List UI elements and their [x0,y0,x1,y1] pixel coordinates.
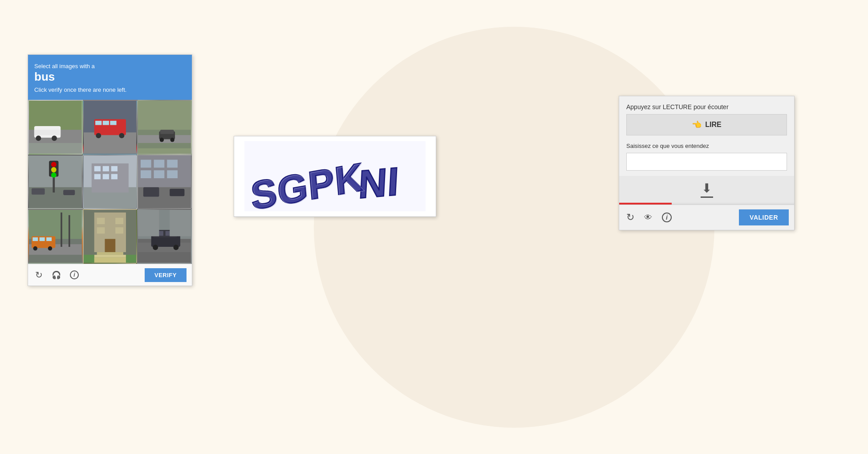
svg-point-21 [170,138,174,142]
svg-rect-61 [69,215,70,247]
grid-cell-9[interactable] [137,209,192,264]
audio-info-button[interactable]: i [660,211,673,224]
svg-rect-10 [95,121,101,125]
captcha-grid [28,100,192,264]
grid-cell-4[interactable] [28,155,83,209]
svg-rect-35 [102,166,109,171]
svg-rect-37 [94,174,100,179]
svg-rect-56 [40,237,45,241]
instruction-line2: Click verify once there are none left. [34,86,126,93]
instruction-line1: Select all images with a [34,63,95,70]
svg-rect-38 [102,174,109,179]
info-icon: i [662,213,672,222]
svg-rect-84 [138,210,159,236]
svg-rect-50 [170,188,185,196]
svg-rect-74 [126,255,137,263]
svg-rect-19 [160,130,174,134]
svg-rect-46 [141,170,151,178]
captcha-header: Select all images with a bus Click verif… [28,55,192,100]
audio-download-area: ⬇ [619,176,794,203]
refresh-icon: ↻ [35,270,43,280]
audio-refresh-button[interactable]: ↻ [625,210,636,225]
svg-point-5 [36,135,41,141]
svg-rect-66 [97,218,105,224]
verify-button[interactable]: VERIFY [145,268,187,282]
svg-rect-44 [154,160,165,168]
audio-footer-icons: ↻ 👁 i [625,210,734,225]
svg-rect-73 [84,255,94,263]
captcha-audio-widget: Appuyez sur LECTURE pour écouter 👈 LIRE … [619,96,795,230]
grid-cell-5[interactable] [83,155,138,209]
svg-rect-30 [63,190,75,195]
svg-rect-55 [32,237,38,241]
svg-point-28 [51,172,57,178]
saisir-label: Saisissez ce que vous entendez [619,141,794,153]
svg-rect-70 [97,252,123,255]
svg-rect-8 [84,132,137,153]
svg-rect-12 [110,121,116,125]
audio-eye-button[interactable]: 👁 [642,211,654,224]
svg-rect-65 [105,239,115,253]
svg-rect-68 [97,228,105,234]
svg-rect-71 [94,255,126,258]
audio-footer: ↻ 👁 i VALIDER [619,205,794,230]
svg-rect-11 [102,121,109,125]
grid-cell-6[interactable] [137,155,192,209]
refresh-icon: ↻ [626,212,634,223]
svg-point-26 [51,162,57,167]
captcha-text-widget: SGPK NI SGPK NI SGPK [234,136,436,217]
lire-label: LIRE [705,121,721,129]
audio-text-input[interactable] [626,153,787,171]
svg-rect-48 [167,170,178,178]
svg-rect-57 [46,237,52,241]
svg-rect-2 [29,143,82,154]
svg-rect-69 [115,228,123,234]
instruction-keyword: bus [34,70,186,84]
eye-icon: 👁 [644,213,652,222]
svg-rect-36 [111,166,117,171]
captcha-text-image: SGPK NI SGPK NI SGPK [234,136,436,217]
headphone-icon: 🎧 [52,270,61,280]
progress-bar [619,203,794,205]
svg-point-27 [51,167,57,172]
grid-cell-3[interactable] [137,100,192,155]
progress-fill [619,203,672,205]
svg-point-83 [174,245,179,250]
grid-cell-1[interactable] [28,100,83,155]
footer-icon-group: ↻ 🎧 i [33,268,145,282]
svg-rect-4 [34,130,61,135]
svg-point-6 [52,135,57,141]
svg-rect-67 [115,218,123,224]
svg-point-14 [119,133,124,138]
svg-rect-29 [32,188,45,194]
audio-instruction: Appuyez sur LECTURE pour écouter [626,103,729,110]
svg-rect-45 [167,160,178,168]
svg-rect-72 [91,258,128,263]
svg-rect-39 [111,174,117,179]
grid-cell-7[interactable] [28,209,83,264]
captcha-image-widget: Select all images with a bus Click verif… [28,54,192,286]
download-icon: ⬇ [701,181,713,198]
captcha-footer: ↻ 🎧 i VERIFY [28,264,192,286]
svg-point-82 [153,245,158,250]
valider-button[interactable]: VALIDER [739,209,789,225]
lire-button[interactable]: 👈 LIRE [626,114,787,135]
info-icon: i [70,270,79,279]
svg-point-20 [160,138,164,142]
grid-cell-2[interactable] [83,100,138,155]
refresh-button[interactable]: ↻ [33,268,45,282]
info-button[interactable]: i [68,269,81,281]
audio-header: Appuyez sur LECTURE pour écouter [619,96,794,114]
svg-rect-60 [61,213,62,247]
cursor-icon: 👈 [692,120,702,130]
grid-cell-8[interactable] [83,209,138,264]
headphone-button[interactable]: 🎧 [50,269,63,282]
svg-rect-49 [143,187,159,196]
svg-rect-34 [94,166,100,171]
svg-rect-43 [141,160,151,168]
svg-rect-47 [154,170,165,178]
svg-point-13 [96,133,101,138]
svg-point-59 [48,246,52,250]
svg-rect-85 [170,210,191,236]
svg-point-58 [33,246,37,250]
